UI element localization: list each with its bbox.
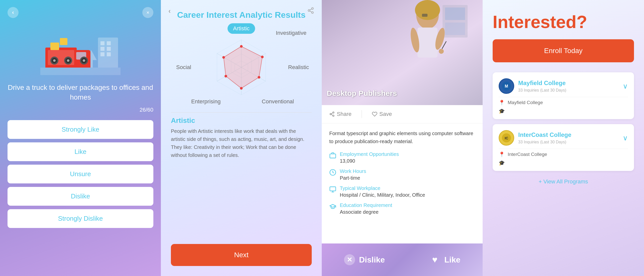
mayfield-expand-button[interactable]: ∨: [623, 82, 628, 90]
svg-marker-12: [224, 46, 262, 88]
like-button[interactable]: Like: [8, 142, 153, 161]
truck-illustration: [40, 25, 121, 75]
view-all-button[interactable]: + View All Programs: [493, 178, 634, 185]
svg-line-3: [310, 11, 312, 12]
radar-chart: Artistic Investigative Realistic Convent…: [196, 27, 286, 107]
svg-point-30: [333, 112, 334, 113]
svg-point-0: [312, 8, 313, 9]
job-hero-image: Desktop Publishers: [322, 0, 483, 105]
svg-point-13: [240, 45, 243, 48]
svg-line-34: [331, 113, 333, 114]
mayfield-inquiries-count: 33 Inquiries: [518, 88, 539, 92]
workplace-value: Hospital / Clinic, Military, Indoor, Off…: [340, 192, 425, 198]
illustration: [38, 23, 123, 78]
unsure-button[interactable]: Unsure: [8, 165, 153, 183]
share-label: Share: [337, 111, 352, 117]
svg-point-2: [312, 12, 313, 14]
artistic-label: Artistic: [228, 23, 255, 34]
job-actions: Share Save: [322, 105, 483, 123]
save-action[interactable]: Save: [372, 111, 392, 117]
share-action[interactable]: Share: [329, 111, 352, 117]
job-content: Format typescript and graphic elements u…: [322, 123, 483, 243]
mayfield-name: Mayfield College: [518, 80, 623, 87]
intercoast-college-card: IC InterCoast College 33 Inquiries (Last…: [493, 124, 634, 171]
like-button-3[interactable]: ♥ Like: [429, 254, 460, 265]
workplace-row: Typical Workplace Hospital / Clinic, Mil…: [329, 185, 475, 198]
radar-svg: [204, 32, 279, 102]
svg-point-18: [222, 56, 225, 59]
dislike-button[interactable]: Dislike: [8, 187, 153, 206]
svg-point-28: [439, 49, 444, 54]
svg-point-23: [415, 0, 440, 20]
education-row: Education Requirement Associate degree: [329, 202, 475, 215]
building: [98, 38, 118, 68]
dislike-button-3[interactable]: ✕ Dislike: [344, 254, 385, 265]
heart-icon: ♥: [429, 254, 440, 265]
pin-icon-2: 📍: [499, 151, 505, 157]
back-button-2[interactable]: ‹: [168, 7, 171, 15]
intercoast-inquiries-period: (Last 30 Days): [540, 140, 566, 144]
career-results-panel: ‹ Career Interest Analytic Results: [161, 0, 322, 276]
college-card-header-1: M Mayfield College 33 Inquiries (Last 30…: [499, 78, 628, 94]
college-card-header-2: IC InterCoast College 33 Inquiries (Last…: [499, 130, 628, 146]
intercoast-detail-text-1: InterCoast College: [508, 152, 547, 157]
svg-rect-21: [445, 23, 465, 35]
mayfield-detail-1: 📍 Mayfield College: [499, 100, 628, 106]
question-text: Drive a truck to deliver packages to off…: [8, 83, 153, 102]
intercoast-inquiries: 33 Inquiries (Last 30 Days): [518, 139, 623, 145]
next-button[interactable]: Next: [171, 244, 312, 266]
interested-title: Interested?: [493, 13, 634, 32]
intercoast-name: InterCoast College: [518, 131, 623, 138]
back-button[interactable]: ‹: [8, 7, 19, 18]
intercoast-expand-button[interactable]: ∨: [623, 134, 628, 142]
woman-figure: [392, 0, 473, 100]
interested-panel: Interested? Enroll Today M Mayfield Coll…: [483, 0, 644, 276]
work-hours-label: Work Hours: [340, 168, 366, 174]
svg-rect-37: [330, 187, 336, 191]
artistic-heading: Artistic: [171, 117, 195, 125]
job-description: Format typescript and graphic elements u…: [329, 129, 475, 145]
job-title: Desktop Publishers: [327, 89, 397, 98]
divider: [171, 112, 312, 113]
svg-rect-24: [422, 14, 427, 17]
artistic-description: People with Artistic interests like work…: [171, 127, 312, 159]
mayfield-inquiries-period: (Last 30 Days): [540, 88, 566, 92]
social-label: Social: [176, 64, 191, 71]
enterprising-label: Enterprising: [191, 98, 221, 105]
job-detail-panel: Desktop Publishers Share Save Format typ…: [322, 0, 483, 276]
svg-point-32: [333, 115, 334, 117]
conventional-label: Conventional: [262, 98, 294, 105]
svg-line-33: [331, 114, 333, 115]
progress-badge: 26/60: [140, 107, 153, 113]
enroll-button[interactable]: Enroll Today: [493, 39, 634, 62]
like-dislike-bar: ✕ Dislike ♥ Like: [322, 243, 483, 276]
svg-rect-25: [417, 28, 438, 58]
employment-value: 13,090: [340, 158, 399, 164]
work-hours-value: Part-time: [340, 175, 366, 181]
svg-rect-20: [445, 8, 465, 20]
answer-options: Strongly Like Like Unsure Dislike Strong…: [8, 120, 153, 228]
strongly-dislike-button[interactable]: Strongly Dislike: [8, 209, 153, 228]
progress-row: 26/60: [8, 107, 153, 113]
intercoast-detail-1: 📍 InterCoast College: [499, 151, 628, 157]
mayfield-logo: M: [499, 78, 514, 94]
svg-point-15: [258, 76, 260, 79]
road: [40, 68, 121, 75]
svg-point-1: [308, 10, 310, 12]
education-value: Associate degree: [340, 209, 392, 215]
strongly-like-button[interactable]: Strongly Like: [8, 120, 153, 139]
svg-point-14: [261, 56, 264, 58]
mayfield-detail-2: 🎓: [499, 108, 628, 114]
close-button[interactable]: ×: [142, 7, 153, 18]
mayfield-info: Mayfield College 33 Inquiries (Last 30 D…: [518, 80, 623, 93]
share-button[interactable]: [307, 7, 314, 16]
dislike-label: Dislike: [359, 255, 385, 264]
like-label: Like: [444, 255, 460, 264]
svg-text:IC: IC: [505, 136, 508, 140]
mayfield-detail-text-1: Mayfield College: [508, 100, 543, 105]
svg-text:M: M: [505, 84, 508, 88]
mayfield-details: 📍 Mayfield College 🎓: [499, 97, 628, 114]
employment-label: Employment Opportunities: [340, 151, 399, 157]
intercoast-info: InterCoast College 33 Inquiries (Last 30…: [518, 131, 623, 145]
svg-line-4: [310, 9, 312, 10]
